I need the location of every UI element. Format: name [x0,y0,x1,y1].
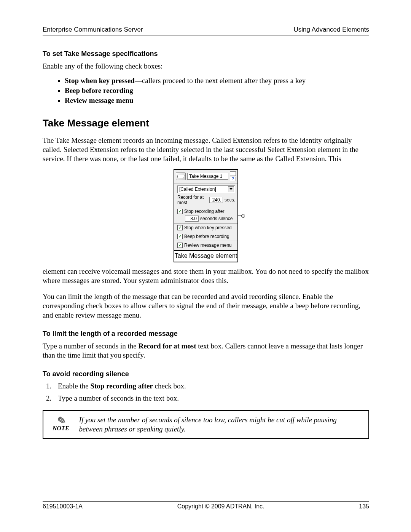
stop-key-label: Stop when key pressed [184,225,232,230]
subhead-limit-length: To limit the length of a recorded messag… [43,330,369,338]
subhead-avoid-silence: To avoid recording silence [43,370,369,378]
review-label: Review message menu [184,243,232,248]
panel-corner-icons: ? [230,171,236,181]
record-duration-row: Record for at most 240. secs. [174,194,237,206]
chevron-down-icon[interactable] [228,186,234,192]
step1-post: check box. [153,382,186,390]
separator [174,184,237,184]
bullet-beep: Beep before recording [65,86,369,95]
step1-pre: Enable the [58,382,90,390]
review-checkbox[interactable] [177,243,183,248]
step-1: Enable the Stop recording after check bo… [53,382,369,390]
review-row: Review message menu [174,242,237,250]
separator [174,207,237,207]
silence-post: seconds silence [200,216,233,221]
figure: Take Message 1 ? [Called Extension] Reco… [174,169,238,262]
bullet-beep-bold: Beep before recording [65,86,133,94]
page-footer: 619510003-1A Copyright © 2009 ADTRAN, In… [43,501,369,510]
separator [174,223,237,224]
intro-text: Enable any of the following check boxes: [43,62,369,71]
bullet-review: Review message menu [65,96,369,105]
limit-length-p: Type a number of seconds in the Record f… [43,342,369,360]
bullet-stop-key: Stop when key pressed—callers proceed to… [65,76,369,85]
page: Enterprise Communications Server Using A… [0,0,411,532]
stop-recording-checkbox[interactable] [177,209,183,214]
bullet-stop-key-bold: Stop when key pressed [65,77,135,85]
element-title[interactable]: Take Message 1 [187,173,228,180]
record-seconds-input[interactable]: 240. [209,197,223,203]
note-icon: ✎ NOTE [53,417,69,432]
limit-bold: Record for at most [138,342,196,350]
separator [174,241,237,241]
subhead-set-specs: To set Take Message specifications [43,50,369,58]
header-left: Enterprise Communications Server [43,26,143,34]
section-p1: The Take Message element records an inco… [43,136,369,164]
props-icon[interactable] [230,171,236,176]
bullet-stop-key-rest: —callers proceed to the next element aft… [135,77,306,85]
separator [174,232,237,232]
note-text: If you set the number of seconds of sile… [79,415,361,434]
output-connector-icon [237,216,243,216]
step-2: Type a number of seconds in the text box… [53,394,369,403]
beep-row: Beep before recording [174,233,237,240]
limit-pre: Type a number of seconds in the [43,342,138,350]
panel-titlebar: Take Message 1 ? [174,170,237,183]
figure-caption: Take Message element [174,251,238,262]
beep-checkbox[interactable] [177,234,183,239]
stop-recording-row: Stop recording after [174,208,237,215]
running-header: Enterprise Communications Server Using A… [43,26,369,35]
footer-center: Copyright © 2009 ADTRAN, Inc. [177,503,264,510]
help-icon[interactable]: ? [230,177,236,181]
note-box: ✎ NOTE If you set the number of seconds … [43,410,369,439]
record-post: secs. [225,197,235,203]
stop-key-row: Stop when key pressed [174,224,237,231]
bullet-review-bold: Review message menu [65,96,133,104]
element-panel: Take Message 1 ? [Called Extension] Reco… [174,169,238,251]
extension-select-row: [Called Extension] [174,185,237,194]
section-p3: You can limit the length of the message … [43,292,369,320]
element-icon [176,173,186,180]
header-right: Using Advanced Elements [294,26,369,34]
record-pre: Record for at most [177,195,208,205]
extension-select-value: [Called Extension] [179,187,216,192]
spec-bullets: Stop when key pressed—callers proceed to… [43,76,369,105]
silence-row: 8.0 seconds silence [174,215,237,222]
section-p2: element can receive voicemail messages a… [43,267,369,286]
avoid-silence-steps: Enable the Stop recording after check bo… [43,382,369,403]
footer-left: 619510003-1A [43,503,83,510]
step1-bold: Stop recording after [90,382,153,390]
stop-recording-label: Stop recording after [184,209,224,214]
stop-key-checkbox[interactable] [177,225,183,230]
beep-label: Beep before recording [184,234,229,239]
footer-right: 135 [359,503,369,510]
extension-select[interactable]: [Called Extension] [177,185,235,193]
section-title: Take Message element [43,117,369,129]
silence-seconds-input[interactable]: 8.0 [185,216,199,222]
